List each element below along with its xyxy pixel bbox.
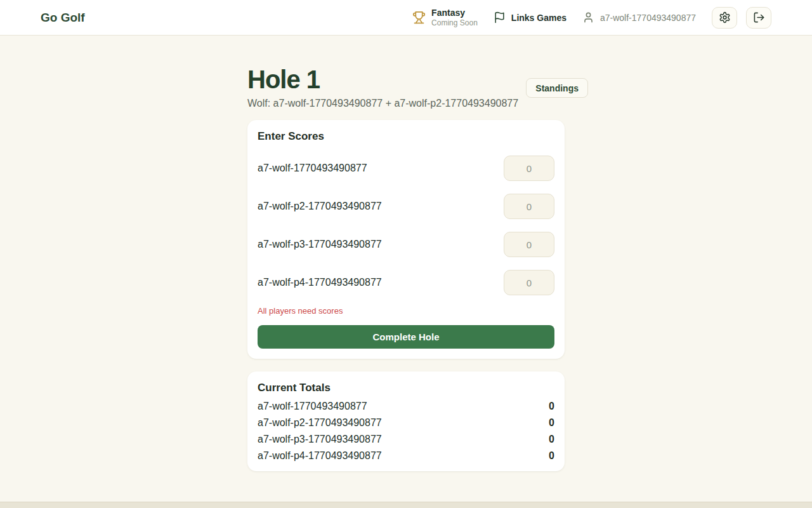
gear-icon [719,11,731,23]
user-icon [582,11,594,23]
brand-link[interactable]: Go Golf [41,11,85,25]
score-row: a7-wolf-p2-1770493490877 [258,194,554,219]
score-input-p2[interactable] [504,194,554,219]
flag-icon [494,11,506,23]
links-games-label: Links Games [511,13,566,23]
current-totals-card: Current Totals a7-wolf-1770493490877 0 a… [247,371,565,471]
user-menu[interactable]: a7-wolf-1770493490877 [582,11,696,23]
player-name: a7-wolf-p2-1770493490877 [258,201,382,212]
fantasy-sublabel: Coming Soon [431,18,478,27]
total-player-name: a7-wolf-p3-1770493490877 [258,433,382,446]
standings-button[interactable]: Standings [526,78,588,98]
main-content: Hole 1 Wolf: a7-wolf-1770493490877 + a7-… [0,36,812,502]
enter-scores-heading: Enter Scores [258,130,554,143]
complete-hole-button[interactable]: Complete Hole [258,325,554,349]
total-row: a7-wolf-1770493490877 0 [258,400,554,413]
hole-subtitle: Wolf: a7-wolf-1770493490877 + a7-wolf-p2… [247,98,518,109]
player-name: a7-wolf-1770493490877 [258,163,367,174]
logout-button[interactable] [746,7,771,29]
total-value: 0 [549,433,554,446]
total-row: a7-wolf-p4-1770493490877 0 [258,450,554,462]
current-totals-heading: Current Totals [258,382,554,394]
score-row: a7-wolf-1770493490877 [258,156,554,181]
page-title: Hole 1 [247,65,518,93]
score-row: a7-wolf-p3-1770493490877 [258,232,554,257]
page-head: Hole 1 Wolf: a7-wolf-1770493490877 + a7-… [247,65,588,109]
enter-scores-card: Enter Scores a7-wolf-1770493490877 a7-wo… [247,120,565,359]
nav-fantasy[interactable]: Fantasy Coming Soon [412,8,478,27]
total-row: a7-wolf-p2-1770493490877 0 [258,417,554,429]
total-value: 0 [549,400,554,413]
total-row: a7-wolf-p3-1770493490877 0 [258,433,554,446]
score-input-p3[interactable] [504,232,554,257]
validation-message: All players need scores [258,306,554,316]
settings-button[interactable] [712,7,737,29]
username-text: a7-wolf-1770493490877 [600,13,696,23]
app-header: Go Golf Fantasy Coming Soon [0,0,812,36]
total-value: 0 [549,450,554,462]
player-name: a7-wolf-p4-1770493490877 [258,277,382,288]
nav-links-games[interactable]: Links Games [494,11,566,23]
fantasy-label: Fantasy [431,8,478,18]
total-player-name: a7-wolf-p2-1770493490877 [258,417,382,429]
trophy-icon [412,11,426,24]
score-input-p1[interactable] [504,156,554,181]
score-input-p4[interactable] [504,270,554,295]
header-nav: Fantasy Coming Soon Links Games a7-wolf-… [412,7,771,29]
player-name: a7-wolf-p3-1770493490877 [258,239,382,250]
footer-strip [0,502,812,508]
total-player-name: a7-wolf-p4-1770493490877 [258,450,382,462]
total-value: 0 [549,417,554,429]
logout-icon [753,11,765,23]
score-row: a7-wolf-p4-1770493490877 [258,270,554,295]
total-player-name: a7-wolf-1770493490877 [258,400,367,413]
